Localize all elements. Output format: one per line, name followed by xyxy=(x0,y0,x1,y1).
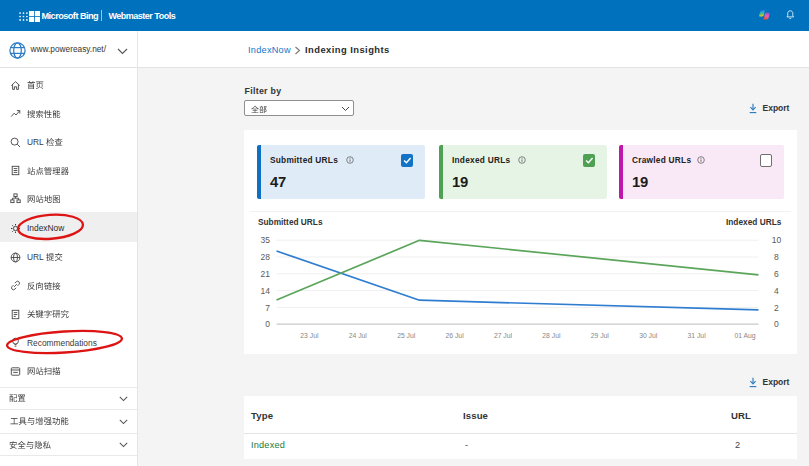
svg-text:0: 0 xyxy=(265,319,270,329)
svg-text:28 Jul: 28 Jul xyxy=(542,332,561,339)
svg-text:0: 0 xyxy=(774,319,779,329)
svg-text:31 Jul: 31 Jul xyxy=(688,332,707,339)
svg-text:7: 7 xyxy=(265,303,270,313)
svg-text:35: 35 xyxy=(261,235,271,245)
svg-text:10: 10 xyxy=(772,235,782,245)
svg-text:26 Jul: 26 Jul xyxy=(446,332,465,339)
svg-text:4: 4 xyxy=(774,286,779,296)
svg-text:25 Jul: 25 Jul xyxy=(397,332,416,339)
svg-text:14: 14 xyxy=(261,286,271,296)
svg-text:28: 28 xyxy=(261,252,271,262)
svg-text:30 Jul: 30 Jul xyxy=(639,332,658,339)
svg-text:24 Jul: 24 Jul xyxy=(349,332,368,339)
svg-text:8: 8 xyxy=(774,252,779,262)
svg-text:6: 6 xyxy=(774,269,779,279)
svg-text:01 Aug: 01 Aug xyxy=(734,332,755,340)
svg-text:27 Jul: 27 Jul xyxy=(494,332,513,339)
svg-text:29 Jul: 29 Jul xyxy=(591,332,610,339)
svg-text:23 Jul: 23 Jul xyxy=(300,332,319,339)
svg-text:2: 2 xyxy=(774,303,779,313)
svg-text:21: 21 xyxy=(261,269,271,279)
